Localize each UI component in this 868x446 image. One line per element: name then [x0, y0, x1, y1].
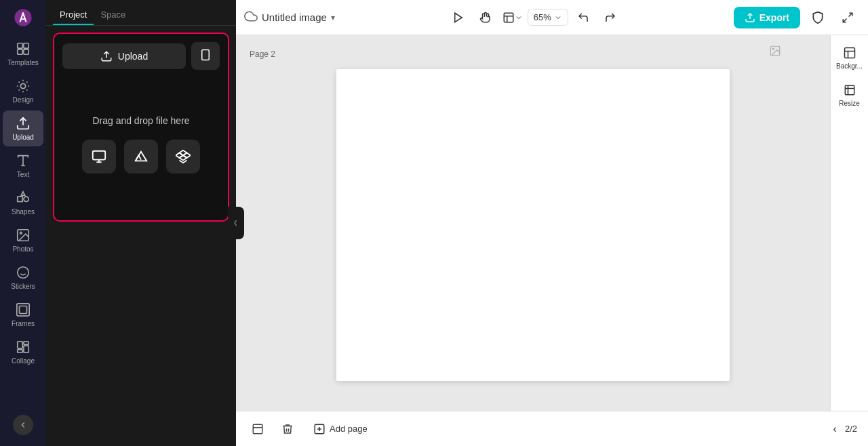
- title-chevron-icon[interactable]: ▾: [331, 13, 335, 22]
- sidebar-item-design[interactable]: Design: [3, 73, 43, 109]
- svg-point-0: [14, 9, 31, 26]
- move-icon: [252, 423, 264, 435]
- delete-page-button[interactable]: [277, 418, 298, 440]
- top-bar-right: Export: [734, 5, 860, 30]
- upload-header-row: Upload: [62, 42, 220, 70]
- prev-page-button[interactable]: ‹: [831, 420, 840, 438]
- add-page-button[interactable]: Add page: [307, 419, 374, 439]
- canvas-page[interactable]: [336, 69, 730, 381]
- play-icon: [452, 12, 465, 24]
- sidebar-item-photos[interactable]: Photos: [3, 222, 43, 258]
- svg-point-5: [20, 83, 25, 88]
- page-label: Page 2: [250, 47, 275, 60]
- svg-rect-3: [18, 49, 22, 54]
- svg-rect-21: [24, 346, 28, 352]
- google-drive-source-button[interactable]: [124, 140, 158, 174]
- phone-button[interactable]: [191, 42, 220, 70]
- bottom-bar: Add page ‹ 2/2: [236, 411, 868, 446]
- svg-marker-29: [455, 13, 462, 22]
- dropbox-icon: [176, 149, 191, 164]
- toolbar: 65%: [446, 5, 623, 30]
- top-bar-left: Untitled image ▾: [244, 9, 335, 26]
- svg-rect-22: [18, 350, 22, 353]
- svg-rect-20: [24, 342, 28, 345]
- page-nav: ‹ 2/2: [831, 420, 857, 438]
- collapse-section: [3, 409, 43, 441]
- background-icon: [843, 46, 856, 60]
- monitor-icon: [92, 149, 106, 164]
- undo-button[interactable]: [571, 5, 595, 30]
- resize-button[interactable]: Resize: [833, 78, 866, 113]
- hand-button[interactable]: [473, 5, 498, 30]
- google-drive-icon: [134, 149, 149, 164]
- sidebar-item-shapes[interactable]: Shapes: [3, 185, 43, 221]
- svg-point-14: [18, 267, 29, 279]
- monitor-source-button[interactable]: [82, 140, 116, 174]
- hand-icon: [479, 12, 492, 24]
- drop-area[interactable]: Drag and drop file here: [62, 77, 220, 212]
- phone-icon: [199, 49, 212, 61]
- redo-button[interactable]: [598, 5, 623, 30]
- sidebar-item-frames[interactable]: Frames: [3, 297, 43, 333]
- tab-space[interactable]: Space: [94, 5, 132, 25]
- svg-line-34: [848, 13, 852, 16]
- panel-tabs: Project Space: [46, 0, 236, 26]
- collapse-button[interactable]: [13, 415, 33, 435]
- upload-button[interactable]: Upload: [62, 43, 186, 69]
- main-area: Untitled image ▾: [236, 0, 868, 446]
- panel-collapse-handle[interactable]: [228, 207, 244, 239]
- right-panel: Backgr... Resize: [830, 35, 868, 411]
- shield-icon: [811, 11, 825, 24]
- logo[interactable]: [11, 5, 35, 30]
- dropbox-source-button[interactable]: [166, 140, 200, 174]
- shield-button[interactable]: [806, 5, 830, 30]
- upload-area: Upload Drag and drop file here: [53, 33, 229, 222]
- zoom-chevron-icon: [554, 14, 562, 22]
- svg-rect-40: [253, 424, 262, 434]
- layout-button[interactable]: [500, 5, 525, 30]
- sidebar-item-stickers[interactable]: Stickers: [3, 260, 43, 296]
- sidebar-item-templates[interactable]: Templates: [3, 36, 43, 72]
- upload-panel: Project Space Upload Drag and drop fi: [46, 0, 236, 446]
- layout-icon: [502, 12, 515, 24]
- svg-line-35: [843, 18, 846, 22]
- undo-icon: [577, 12, 589, 24]
- expand-button[interactable]: [835, 5, 860, 30]
- svg-rect-17: [17, 304, 29, 316]
- background-button[interactable]: Backgr...: [833, 41, 866, 75]
- trash-icon: [281, 423, 294, 435]
- zoom-control[interactable]: 65%: [528, 9, 568, 26]
- sidebar: Templates Design Upload Text Shapes: [0, 0, 46, 446]
- top-bar: Untitled image ▾: [236, 0, 868, 35]
- drop-text: Drag and drop file here: [92, 115, 189, 126]
- svg-rect-9: [18, 197, 22, 201]
- svg-rect-26: [93, 151, 105, 160]
- play-button[interactable]: [446, 5, 471, 30]
- drop-icons-row: [82, 140, 200, 174]
- svg-rect-4: [24, 49, 28, 54]
- svg-rect-38: [844, 48, 854, 58]
- layout-chevron-icon: [515, 14, 523, 22]
- canvas-container: Page 2: [236, 35, 830, 411]
- sidebar-item-upload[interactable]: Upload: [3, 110, 43, 146]
- svg-point-13: [20, 232, 22, 234]
- add-page-icon: [313, 423, 326, 435]
- image-indicator-icon: [769, 45, 781, 60]
- sidebar-item-collage[interactable]: Collage: [3, 334, 43, 370]
- export-button[interactable]: Export: [734, 7, 800, 28]
- svg-rect-18: [20, 306, 27, 314]
- page-count: 2/2: [845, 424, 857, 434]
- svg-rect-30: [504, 13, 513, 22]
- svg-rect-19: [18, 342, 22, 348]
- svg-rect-2: [24, 43, 28, 48]
- export-icon: [745, 12, 755, 23]
- redo-icon: [604, 12, 616, 24]
- svg-rect-39: [845, 85, 854, 94]
- svg-rect-1: [18, 43, 22, 48]
- svg-point-37: [772, 48, 774, 49]
- cloud-icon: [244, 9, 258, 26]
- sidebar-item-text[interactable]: Text: [3, 148, 43, 184]
- tab-project[interactable]: Project: [53, 5, 94, 25]
- doc-title: Untitled image: [262, 12, 327, 23]
- move-page-button[interactable]: [247, 418, 269, 440]
